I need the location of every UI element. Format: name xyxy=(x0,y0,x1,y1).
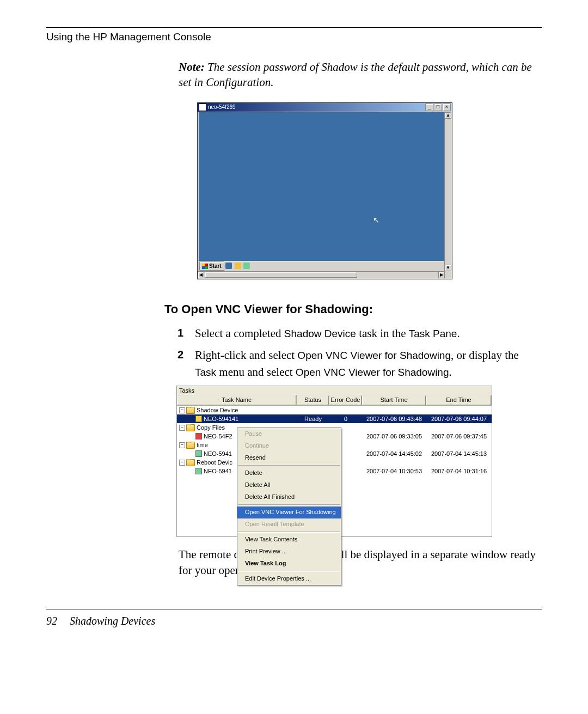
vertical-scrollbar[interactable]: ▲ ▼ xyxy=(444,112,452,271)
status-warning-icon xyxy=(195,416,202,422)
scroll-right-icon[interactable]: ▶ xyxy=(438,272,445,278)
collapse-icon[interactable]: − xyxy=(179,460,185,466)
menu-resend[interactable]: Resend xyxy=(237,452,341,464)
menu-print-preview[interactable]: Print Preview ... xyxy=(237,546,341,558)
menu-separator xyxy=(238,532,340,533)
step-number: 1 xyxy=(177,325,195,341)
task-tree: −Shadow Device NEO-594141 Ready 0 2007-0… xyxy=(177,406,492,536)
column-headers: Task Name Status Error Code Start Time E… xyxy=(177,395,492,406)
tree-group-row[interactable]: −Shadow Device xyxy=(177,406,492,414)
status-ok-icon xyxy=(195,468,202,474)
menu-continue: Continue xyxy=(237,440,341,452)
vnc-title: neo-54f269 xyxy=(208,104,236,110)
menu-separator xyxy=(238,504,340,505)
header-rule xyxy=(46,27,542,28)
document-page: Using the HP Management Console Note: Th… xyxy=(0,0,588,649)
start-button[interactable]: Start xyxy=(199,261,224,271)
section-heading: To Open VNC Viewer for Shadowing: xyxy=(164,302,542,316)
collapse-icon[interactable]: − xyxy=(179,442,185,448)
note-label: Note: xyxy=(179,60,205,74)
step-item: 1 Select a completed Shadow Device task … xyxy=(177,325,542,341)
folder-icon xyxy=(186,424,195,431)
minimize-button[interactable]: _ xyxy=(425,103,433,111)
steps-list: 1 Select a completed Shadow Device task … xyxy=(177,325,542,380)
main-content: Note: The session password of Shadow is … xyxy=(179,59,542,579)
footer-section-title: Shadowing Devices xyxy=(70,615,155,627)
maximize-button[interactable]: □ xyxy=(434,103,442,111)
note-paragraph: Note: The session password of Shadow is … xyxy=(179,59,542,90)
tray-icon[interactable] xyxy=(243,263,250,269)
context-menu: Pause Continue Resend Delete Delete All … xyxy=(237,428,341,585)
mouse-cursor-icon: ↖ xyxy=(373,216,379,224)
status-error-icon xyxy=(195,433,202,440)
page-header: Using the HP Management Console xyxy=(46,31,542,43)
menu-separator xyxy=(238,571,340,572)
menu-view-log[interactable]: View Task Log xyxy=(237,558,341,570)
page-footer: 92 Shadowing Devices xyxy=(46,609,542,627)
folder-icon xyxy=(186,442,195,449)
note-body: The session password of Shadow is the de… xyxy=(179,60,532,89)
scroll-down-icon[interactable]: ▼ xyxy=(445,265,451,271)
tray-icon[interactable] xyxy=(225,263,232,269)
step-item: 2 Right-click and select Open VNC Viewer… xyxy=(177,347,542,380)
col-header-end[interactable]: End Time xyxy=(426,395,492,405)
menu-delete-finished[interactable]: Delete All Finished xyxy=(237,491,341,503)
vnc-screenshot: neo-54f269 _ □ × ↖ Start xyxy=(197,102,452,279)
menu-view-contents[interactable]: View Task Contents xyxy=(237,534,341,546)
horizontal-scrollbar[interactable]: ◀ ▶ xyxy=(198,271,445,279)
col-header-status[interactable]: Status xyxy=(297,395,329,405)
menu-pause: Pause xyxy=(237,428,341,440)
col-header-taskname[interactable]: Task Name xyxy=(177,395,297,405)
vnc-titlebar: neo-54f269 _ □ × xyxy=(198,103,452,112)
step-text: Select a completed Shadow Device task in… xyxy=(195,325,460,341)
tree-task-row-selected[interactable]: NEO-594141 Ready 0 2007-07-06 09:43:48 2… xyxy=(177,414,492,423)
menu-open-vnc[interactable]: Open VNC Viewer For Shadowing xyxy=(237,506,341,518)
step-text: Right-click and select Open VNC Viewer f… xyxy=(195,347,542,380)
vnc-app-icon xyxy=(199,103,206,111)
menu-edit-props[interactable]: Edit Device Properties ... xyxy=(237,573,341,585)
start-label: Start xyxy=(209,263,222,269)
windows-flag-icon xyxy=(202,264,208,269)
closing-paragraph: The remote desktop of the client will be… xyxy=(179,547,542,579)
page-number: 92 xyxy=(46,615,57,627)
folder-icon xyxy=(186,459,195,466)
tray-icon[interactable] xyxy=(235,263,241,269)
taskbar-tray xyxy=(225,263,251,270)
vnc-desktop-area: ↖ xyxy=(199,112,444,271)
tasks-pane-screenshot: Tasks Task Name Status Error Code Start … xyxy=(176,386,492,537)
menu-separator xyxy=(238,465,340,466)
scroll-up-icon[interactable]: ▲ xyxy=(445,112,451,119)
collapse-icon[interactable]: − xyxy=(179,425,185,431)
vnc-taskbar: Start xyxy=(199,261,444,271)
collapse-icon[interactable]: − xyxy=(179,407,185,413)
step-number: 2 xyxy=(177,347,195,380)
scroll-left-icon[interactable]: ◀ xyxy=(198,272,204,278)
folder-icon xyxy=(186,407,195,414)
menu-delete[interactable]: Delete xyxy=(237,467,341,479)
col-header-error[interactable]: Error Code xyxy=(329,395,362,405)
close-button[interactable]: × xyxy=(443,103,451,111)
col-header-start[interactable]: Start Time xyxy=(362,395,426,405)
status-ok-icon xyxy=(195,450,202,457)
scroll-corner xyxy=(445,272,452,279)
menu-open-template: Open Result Template xyxy=(237,518,341,530)
tasks-pane-title: Tasks xyxy=(177,386,492,395)
scroll-thumb[interactable] xyxy=(205,272,357,278)
menu-delete-all[interactable]: Delete All xyxy=(237,479,341,491)
